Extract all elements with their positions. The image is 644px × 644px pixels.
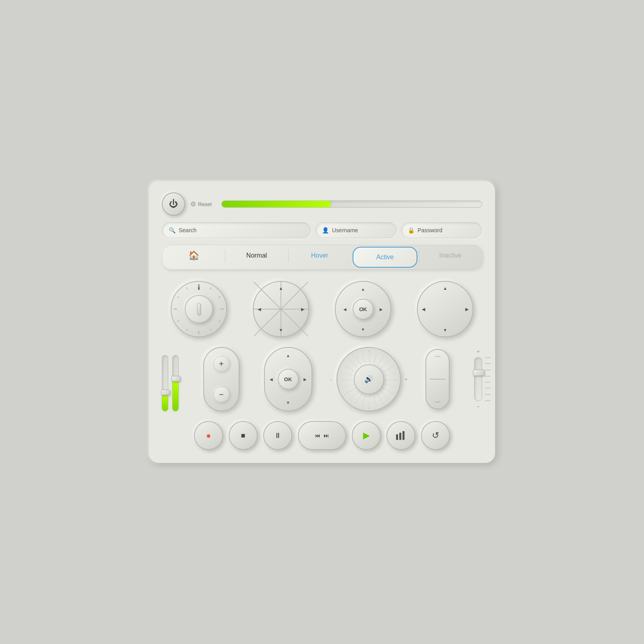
ok-arrow-up[interactable]: ▲	[355, 283, 371, 295]
user-icon: 👤	[322, 227, 329, 233]
peanut-top-arc: ⌒	[434, 355, 441, 364]
bottom-buttons-row: ● ■ ⏸ ⏮ ⏭ ▶ ↺	[162, 421, 482, 450]
search-placeholder: Search	[179, 227, 196, 233]
reset-label: Reset	[198, 201, 212, 207]
vol-minus-label: -	[330, 377, 332, 382]
tab-active-label: Active	[376, 254, 394, 261]
play-icon: ▶	[363, 430, 370, 441]
minus-button[interactable]: −	[213, 386, 229, 402]
tab-active[interactable]: Active	[353, 247, 417, 268]
h-slider-tick-lines	[485, 357, 491, 401]
svg-line-5	[210, 329, 211, 331]
ok-nav-up[interactable]: ▲	[286, 353, 290, 358]
ok-nav-right[interactable]: ▶	[303, 377, 307, 382]
stop-icon: ■	[241, 431, 246, 440]
h-slider-thumb[interactable]	[473, 369, 484, 376]
peanut-control[interactable]: ⌒ ⌒	[425, 349, 450, 409]
top-row: ⏻ Reset	[162, 192, 482, 216]
volume-icon: 🔊	[364, 375, 373, 384]
ok-cluster-container: ▲ ▼ ◀ ▶ OK	[326, 281, 400, 337]
svg-line-4	[219, 320, 221, 322]
tab-normal[interactable]: Normal	[225, 245, 288, 266]
v-slider-1-thumb[interactable]	[161, 390, 170, 395]
stop-button[interactable]: ■	[229, 421, 258, 450]
bars-button[interactable]	[386, 421, 415, 450]
dpad-circle[interactable]: ▲ ▼ ◀ ▶	[253, 281, 309, 337]
reset-radio[interactable]	[191, 202, 196, 206]
search-field[interactable]: 🔍 Search	[162, 222, 311, 238]
record-button[interactable]: ●	[194, 421, 223, 450]
dpad-arrow-right[interactable]: ▶	[301, 307, 304, 312]
password-placeholder: Password	[418, 227, 442, 233]
ok-nav-pill[interactable]: ▲ ▼ ◀ ▶ OK	[264, 347, 312, 411]
prev-next-button[interactable]: ⏮ ⏭	[298, 421, 346, 450]
v-slider-1[interactable]	[162, 355, 168, 411]
pause-button[interactable]: ⏸	[263, 421, 292, 450]
home-icon: 🏠	[188, 250, 199, 261]
v-slider-1-fill	[162, 394, 168, 411]
reset-area: Reset	[191, 201, 212, 207]
simple-dpad-down[interactable]: ▼	[443, 328, 448, 332]
simple-dpad-container: ▲ ▼ ◀ ▶	[408, 281, 482, 337]
lock-icon: 🔒	[408, 227, 415, 233]
record-icon: ●	[206, 431, 211, 440]
ok-button[interactable]: OK	[353, 299, 374, 320]
ok-arrow-right[interactable]: ▶	[374, 303, 389, 315]
password-field[interactable]: 🔒 Password	[401, 222, 483, 238]
simple-dpad[interactable]: ▲ ▼ ◀ ▶	[417, 281, 473, 337]
reset-radio-row: Reset	[191, 201, 212, 207]
ok-nav-center-btn[interactable]: OK	[278, 369, 299, 390]
knob-container	[162, 281, 236, 337]
tab-hover[interactable]: Hover	[288, 245, 351, 266]
simple-dpad-up[interactable]: ▲	[443, 286, 448, 291]
tab-inactive[interactable]: Inactive	[419, 245, 482, 266]
tab-home[interactable]: 🏠	[162, 245, 225, 266]
rotary-knob[interactable]	[171, 281, 227, 337]
dpad-arrow-up[interactable]: ▲	[279, 286, 283, 291]
ok-nav-down[interactable]: ▼	[286, 400, 290, 405]
svg-line-1	[210, 287, 211, 289]
volume-button[interactable]: 🔊	[354, 364, 384, 394]
svg-rect-41	[399, 433, 401, 440]
ok-arrow-left[interactable]: ◀	[337, 303, 353, 315]
knob-ticks-svg	[171, 282, 226, 336]
svg-line-25	[378, 388, 390, 400]
simple-dpad-left[interactable]: ◀	[422, 307, 425, 312]
dpad-container: ▲ ▼ ◀ ▶	[244, 281, 318, 337]
simple-dpad-right[interactable]: ▶	[465, 307, 469, 312]
ok-nav-left[interactable]: ◀	[270, 377, 273, 382]
main-panel: ⏻ Reset 🔍 Search 👤 Username 🔒 Password	[149, 181, 495, 463]
plus-minus-pill: + −	[203, 347, 239, 411]
repeat-button[interactable]: ↺	[421, 421, 450, 450]
play-button[interactable]: ▶	[352, 421, 381, 450]
h-slider-track[interactable]	[474, 357, 482, 401]
ok-cluster[interactable]: ▲ ▼ ◀ ▶ OK	[335, 281, 391, 337]
vertical-sliders	[162, 347, 179, 411]
plus-button[interactable]: +	[213, 356, 229, 372]
search-icon: 🔍	[169, 227, 175, 233]
svg-line-24	[380, 386, 394, 394]
username-field[interactable]: 👤 Username	[315, 222, 397, 238]
v-slider-2-thumb[interactable]	[171, 376, 180, 382]
volume-wheel-container: + -	[336, 347, 401, 411]
svg-line-27	[373, 392, 377, 407]
pause-icon: ⏸	[274, 431, 281, 440]
svg-line-11	[186, 287, 188, 289]
tab-inactive-label: Inactive	[439, 252, 461, 259]
v-slider-2-fill	[173, 380, 178, 411]
svg-rect-40	[396, 434, 398, 440]
svg-line-10	[177, 297, 179, 298]
bars-icon	[396, 431, 406, 440]
progress-bar-fill	[222, 201, 331, 207]
ok-arrow-down[interactable]: ▼	[355, 324, 371, 335]
repeat-icon: ↺	[432, 430, 439, 441]
svg-line-2	[219, 297, 221, 298]
dpad-arrow-down[interactable]: ▼	[279, 328, 283, 332]
controls-row2: + − ▲ ▼ ◀ ▶ OK + -	[162, 347, 482, 411]
power-button[interactable]: ⏻	[162, 192, 185, 216]
h-slider-minus-label: −	[477, 404, 480, 410]
v-slider-2[interactable]	[172, 355, 179, 411]
vol-arrow-down: ↓	[368, 406, 370, 410]
dpad-arrow-left[interactable]: ◀	[258, 307, 261, 312]
progress-bar-container[interactable]	[221, 200, 482, 208]
